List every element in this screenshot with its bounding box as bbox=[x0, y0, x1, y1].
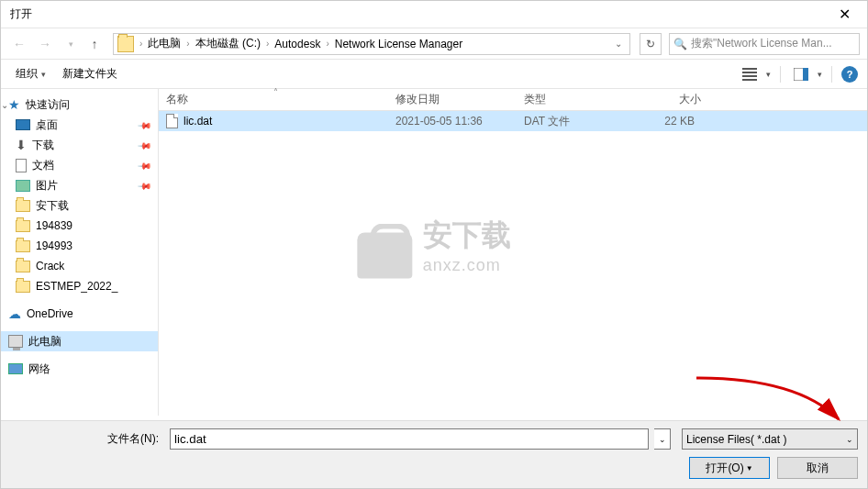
column-label: 类型 bbox=[524, 92, 546, 107]
organize-label: 组织 bbox=[16, 66, 38, 82]
new-folder-label: 新建文件夹 bbox=[62, 66, 117, 82]
separator bbox=[780, 66, 781, 83]
organize-button[interactable]: 组织 ▾ bbox=[10, 62, 51, 85]
folder-icon bbox=[16, 200, 30, 212]
file-name: lic.dat bbox=[184, 115, 212, 128]
separator bbox=[831, 66, 832, 83]
svg-rect-1 bbox=[742, 72, 757, 73]
refresh-icon[interactable]: ↻ bbox=[640, 33, 662, 55]
column-date[interactable]: 修改日期 bbox=[388, 89, 517, 110]
sidebar-item-folder[interactable]: 安下载 bbox=[1, 195, 158, 216]
download-icon: ⬇ bbox=[16, 138, 27, 152]
breadcrumb-item[interactable]: 本地磁盘 (C:) bbox=[194, 34, 262, 53]
main-area: ⌄ ★ 快速访问 桌面 📌 ⬇ 下载 📌 文档 📌 图片 📌 安下载 bbox=[1, 89, 867, 416]
folder-icon bbox=[16, 220, 30, 232]
file-type-filter[interactable]: License Files( *.dat ) ⌄ bbox=[682, 428, 858, 450]
file-list: 名称 ˄ 修改日期 类型 大小 lic.dat 2021-05-05 11:36… bbox=[159, 89, 867, 416]
close-icon[interactable]: ✕ bbox=[831, 6, 858, 23]
sidebar-downloads[interactable]: ⬇ 下载 📌 bbox=[1, 135, 158, 155]
recent-dropdown-icon[interactable]: ▾ bbox=[60, 33, 82, 55]
sidebar-item-label: 194993 bbox=[36, 239, 154, 252]
breadcrumb[interactable]: › 此电脑 › 本地磁盘 (C:) › Autodesk › Network L… bbox=[113, 33, 630, 55]
sidebar-item-label: 此电脑 bbox=[28, 334, 154, 350]
sidebar-desktop[interactable]: 桌面 📌 bbox=[1, 115, 158, 135]
file-date-cell: 2021-05-05 11:36 bbox=[388, 113, 517, 129]
sidebar-item-label: 下载 bbox=[32, 138, 154, 153]
cancel-label: 取消 bbox=[807, 461, 829, 476]
column-name[interactable]: 名称 ˄ bbox=[159, 89, 388, 110]
sidebar-quick-access[interactable]: ⌄ ★ 快速访问 bbox=[1, 94, 158, 115]
split-chevron-icon: ▼ bbox=[746, 464, 753, 472]
chevron-down-icon[interactable]: ▾ bbox=[818, 70, 822, 79]
folder-icon bbox=[16, 281, 30, 293]
sidebar: ⌄ ★ 快速访问 桌面 📌 ⬇ 下载 📌 文档 📌 图片 📌 安下载 bbox=[1, 89, 159, 416]
column-label: 名称 bbox=[166, 92, 188, 107]
open-button[interactable]: 打开(O) ▼ bbox=[689, 457, 770, 479]
chevron-right-icon[interactable]: › bbox=[139, 39, 142, 49]
cancel-button[interactable]: 取消 bbox=[777, 457, 858, 479]
sidebar-item-folder[interactable]: Crack bbox=[1, 256, 158, 276]
footer: 文件名(N): ⌄ License Files( *.dat ) ⌄ 打开(O)… bbox=[1, 420, 867, 488]
chevron-down-icon[interactable]: ⌄ bbox=[654, 428, 671, 450]
file-row[interactable]: lic.dat 2021-05-05 11:36 DAT 文件 22 KB bbox=[159, 111, 867, 131]
sidebar-item-folder[interactable]: ESTMEP_2022_ bbox=[1, 276, 158, 296]
view-options-icon[interactable] bbox=[739, 64, 761, 84]
sidebar-item-label: 网络 bbox=[28, 361, 154, 377]
cloud-icon: ☁ bbox=[8, 306, 21, 321]
breadcrumb-item[interactable]: 此电脑 bbox=[146, 34, 183, 53]
search-icon: 🔍 bbox=[673, 38, 687, 50]
column-label: 大小 bbox=[679, 92, 701, 107]
chevron-down-icon[interactable]: ⌄ bbox=[609, 39, 628, 49]
pc-icon bbox=[8, 335, 23, 348]
file-name-cell: lic.dat bbox=[159, 112, 388, 130]
up-icon[interactable]: ↑ bbox=[85, 33, 104, 55]
open-label: 打开(O) bbox=[706, 461, 743, 476]
new-folder-button[interactable]: 新建文件夹 bbox=[57, 62, 123, 85]
chevron-down-icon[interactable]: ▾ bbox=[766, 70, 771, 79]
desktop-icon bbox=[16, 119, 30, 130]
filter-label: License Files( *.dat ) bbox=[686, 433, 786, 446]
document-icon bbox=[16, 159, 27, 172]
sidebar-item-folder[interactable]: 194993 bbox=[1, 236, 158, 256]
column-headers: 名称 ˄ 修改日期 类型 大小 bbox=[159, 89, 867, 111]
chevron-down-icon: ⌄ bbox=[846, 435, 853, 444]
sort-indicator-icon: ˄ bbox=[273, 87, 278, 97]
chevron-down-icon: ▾ bbox=[41, 70, 46, 79]
help-icon[interactable]: ? bbox=[841, 66, 858, 83]
svg-rect-0 bbox=[742, 68, 757, 70]
folder-icon bbox=[16, 240, 30, 252]
back-icon[interactable]: ← bbox=[8, 33, 30, 55]
sidebar-network[interactable]: 网络 bbox=[1, 359, 158, 379]
sidebar-item-label: 文档 bbox=[32, 158, 154, 173]
filename-input[interactable] bbox=[170, 428, 649, 450]
chevron-right-icon[interactable]: › bbox=[266, 39, 269, 49]
sidebar-documents[interactable]: 文档 📌 bbox=[1, 155, 158, 175]
file-size-cell: 22 KB bbox=[618, 113, 709, 129]
sidebar-item-folder[interactable]: 194839 bbox=[1, 216, 158, 236]
title-bar: 打开 ✕ bbox=[1, 1, 867, 28]
chevron-right-icon[interactable]: › bbox=[186, 39, 189, 49]
chevron-down-icon[interactable]: ⌄ bbox=[1, 100, 8, 110]
sidebar-item-label: 快速访问 bbox=[26, 97, 154, 113]
breadcrumb-item[interactable]: Autodesk bbox=[273, 36, 322, 52]
sidebar-pictures[interactable]: 图片 📌 bbox=[1, 175, 158, 195]
preview-pane-icon[interactable] bbox=[790, 64, 812, 84]
column-size[interactable]: 大小 bbox=[618, 89, 709, 110]
breadcrumb-item[interactable]: Network License Manager bbox=[333, 36, 464, 52]
sidebar-item-label: 桌面 bbox=[36, 117, 154, 133]
column-type[interactable]: 类型 bbox=[517, 89, 618, 110]
sidebar-this-pc[interactable]: 此电脑 bbox=[1, 331, 158, 351]
file-icon bbox=[166, 114, 178, 128]
toolbar: 组织 ▾ 新建文件夹 ▾ ▾ ? bbox=[1, 60, 867, 89]
navigation-bar: ← → ▾ ↑ › 此电脑 › 本地磁盘 (C:) › Autodesk › N… bbox=[1, 28, 867, 60]
column-label: 修改日期 bbox=[395, 92, 440, 107]
sidebar-item-label: Crack bbox=[36, 260, 154, 272]
sidebar-item-label: 194839 bbox=[36, 219, 154, 232]
star-icon: ★ bbox=[8, 97, 20, 112]
search-input[interactable]: 🔍 搜索"Network License Man... bbox=[669, 33, 860, 55]
sidebar-item-label: OneDrive bbox=[27, 307, 154, 320]
sidebar-onedrive[interactable]: ☁ OneDrive bbox=[1, 304, 158, 324]
network-icon bbox=[8, 363, 23, 374]
svg-rect-5 bbox=[803, 68, 808, 81]
chevron-right-icon[interactable]: › bbox=[326, 39, 328, 49]
